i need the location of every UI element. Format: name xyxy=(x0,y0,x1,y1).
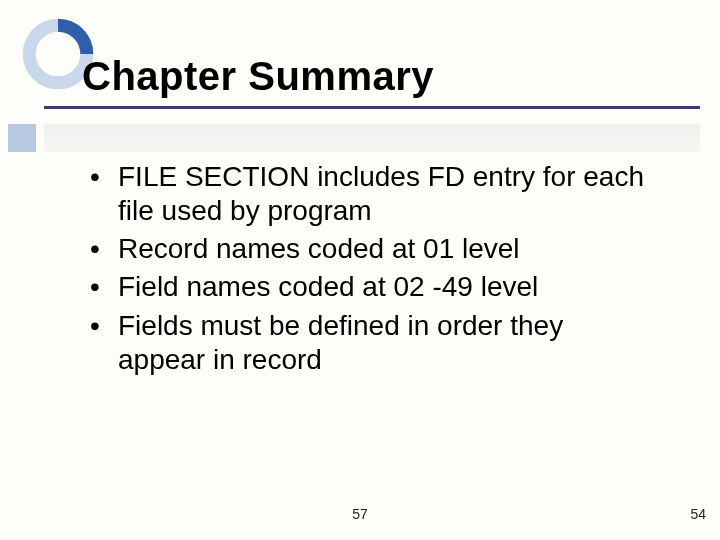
bullet-item: FILE SECTION includes FD entry for each … xyxy=(84,160,654,228)
title-underline-dark xyxy=(44,106,700,109)
footer-page-center: 57 xyxy=(0,506,720,522)
bullet-item: Field names coded at 02 -49 level xyxy=(84,270,654,304)
bullet-list: FILE SECTION includes FD entry for each … xyxy=(84,160,654,381)
title-underline-light xyxy=(44,124,700,152)
footer-page-right: 54 xyxy=(690,506,706,522)
bullet-item: Record names coded at 01 level xyxy=(84,232,654,266)
accent-square xyxy=(8,124,36,152)
slide: Chapter Summary FILE SECTION includes FD… xyxy=(0,0,720,540)
bullet-item: Fields must be defined in order they app… xyxy=(84,309,654,377)
slide-title: Chapter Summary xyxy=(82,54,434,99)
